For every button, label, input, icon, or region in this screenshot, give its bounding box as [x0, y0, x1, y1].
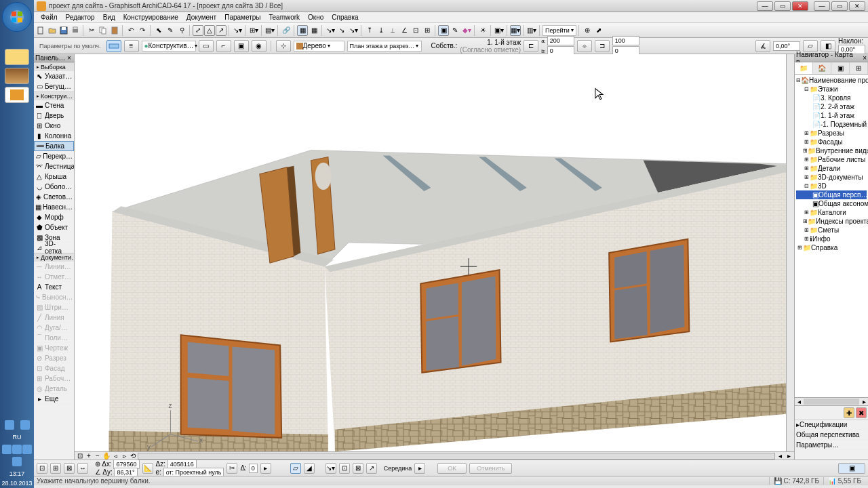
coord-nav-icon[interactable]: ▸	[260, 463, 271, 474]
tool-polyline[interactable]: ⌒Поли…	[34, 333, 74, 343]
tool-stair[interactable]: ⌤Лестница	[34, 161, 74, 171]
tool-drawing[interactable]: ▣Чертеж	[34, 343, 74, 353]
nav-tab-layout[interactable]: ▣	[831, 62, 850, 74]
tree-sections[interactable]: ⊞📁 Разрезы	[796, 129, 867, 138]
tree-interior[interactable]: ⊞📁 Внутренние виды	[796, 146, 867, 155]
layer-icon[interactable]: ▤▾	[264, 25, 275, 36]
tool-section[interactable]: ⊘Разрез	[34, 353, 74, 363]
nav-spec[interactable]: ▸Спецификации	[795, 420, 868, 430]
profile-1-icon[interactable]: ▭	[199, 40, 214, 52]
profile-2-icon[interactable]: ⌐	[216, 40, 231, 52]
toolcat-construct[interactable]: Конструи…	[34, 92, 74, 100]
menu-options[interactable]: Параметры	[220, 13, 264, 22]
tree-details[interactable]: ⊞📁 Детали	[796, 164, 867, 173]
tree-3d[interactable]: ⊟📁 3D	[796, 182, 867, 190]
tree-3ddocs[interactable]: ⊞📁 3D-документы	[796, 173, 867, 182]
coord-lock-icon[interactable]: 📐	[142, 463, 153, 474]
tool-more[interactable]: ▸Еще	[34, 394, 74, 404]
coord-anchor-icon[interactable]: ✂	[226, 463, 237, 474]
toolbox-header[interactable]: Панель…×	[34, 54, 74, 62]
floor-value[interactable]: 1. 1-й этаж	[487, 39, 521, 46]
arrow-icon[interactable]: ↘▾	[325, 25, 336, 36]
tool-fill[interactable]: ▨Штри…	[34, 302, 74, 312]
tree-help[interactable]: ⊞📁 Справка	[796, 243, 867, 252]
menu-view[interactable]: Вид	[99, 13, 119, 22]
coord-mode-1-icon[interactable]: ⊡	[37, 463, 47, 474]
start-button[interactable]	[2, 2, 32, 32]
plan-dropdown[interactable]: План этажа и разрез…	[347, 41, 422, 52]
tree-axon[interactable]: ▣ Общая аксоном…	[796, 199, 867, 208]
nav-params[interactable]: Параметры…	[795, 440, 868, 450]
measure-icon[interactable]: ↘▾	[232, 25, 243, 36]
menu-design[interactable]: Конструирование	[119, 13, 182, 22]
profile-4-icon[interactable]: ◉	[252, 40, 267, 52]
align-3-icon[interactable]: ⟂	[387, 25, 398, 36]
tool-roof[interactable]: △Крыша	[34, 171, 74, 182]
construct-dropdown[interactable]: ● Конструктив…	[142, 41, 196, 52]
trace2-icon[interactable]: ▦	[309, 25, 319, 36]
compass-icon[interactable]: ⊕	[582, 25, 593, 36]
geom-1-icon[interactable]: ▱	[290, 463, 301, 474]
anchor-icon[interactable]: ⊹	[276, 40, 291, 52]
pencil-icon[interactable]: ✎	[165, 25, 176, 36]
nav-tab-publish[interactable]: ⊞	[850, 62, 868, 74]
tool-elevation[interactable]: ⊡Фасад	[34, 363, 74, 373]
tree-sheets[interactable]: ⊞📁 Рабочие листы	[796, 155, 867, 164]
default-params-label[interactable]: Параметры по умолч.	[37, 43, 104, 49]
ok-button[interactable]: OK	[437, 463, 467, 474]
navigator-header[interactable]: Навигатор - Карта п…×	[795, 54, 868, 62]
3d-viewport[interactable]: z x y ⊡ + − ✋ ◃ ▹ ⟲ ◂ ▸	[75, 54, 795, 460]
tool-skylight[interactable]: ◈Светов…	[34, 192, 74, 202]
tray-icon[interactable]	[5, 420, 14, 430]
marker-icon[interactable]: ✎	[450, 25, 460, 36]
tree-catalogs[interactable]: ⊞📁 Каталоги	[796, 208, 867, 217]
tray-icon[interactable]	[20, 420, 30, 430]
tree-floors[interactable]: ⊟📁 Этажи	[796, 85, 867, 94]
nav-tab-view[interactable]: 🏠	[813, 62, 831, 74]
tool-wall[interactable]: ▬Стена	[34, 100, 74, 110]
menu-teamwork[interactable]: Teamwork	[265, 13, 304, 22]
tree-floor-0[interactable]: 📄 -1. Подземный	[796, 120, 867, 129]
mdi-close-button[interactable]: ✕	[849, 1, 865, 11]
tray-icon[interactable]	[2, 445, 12, 454]
coord-mode-3-icon[interactable]: ⊠	[64, 463, 75, 474]
zoom-prev-icon[interactable]: ◃	[111, 453, 119, 460]
nav-tab-project[interactable]: 📁	[795, 62, 813, 74]
zoom-out-icon[interactable]: −	[94, 453, 102, 460]
taskbar-app-2[interactable]	[5, 68, 29, 84]
align-1-icon[interactable]: ⤒	[364, 25, 375, 36]
tool-pointer[interactable]: ⬉Указат…	[34, 71, 74, 81]
coord-a[interactable]: 0	[249, 464, 258, 473]
arrow3-icon[interactable]: ↘▾	[348, 25, 359, 36]
open-icon[interactable]	[47, 25, 58, 36]
menu-document[interactable]: Документ	[182, 13, 220, 22]
viewport-scrollbar[interactable]: ⊡ + − ✋ ◃ ▹ ⟲ ◂ ▸	[75, 451, 794, 460]
tree-info[interactable]: ⊞ℹ Инфо	[796, 235, 867, 243]
cancel-button[interactable]: Отменить	[469, 463, 512, 474]
geom-2-icon[interactable]: ◢	[304, 463, 315, 474]
geom-4-icon[interactable]: ⊡	[339, 463, 350, 474]
mdi-max-button[interactable]: ▭	[831, 1, 848, 11]
toolcat-document[interactable]: Документи…	[34, 253, 74, 262]
snap-2-icon[interactable]: △	[204, 25, 215, 36]
tree-root[interactable]: ⊟🏠 Наименование проекта	[796, 76, 867, 85]
scroll-left-icon[interactable]: ◂	[776, 453, 784, 460]
field-c[interactable]	[612, 36, 639, 45]
viewport-vscrollbar[interactable]	[786, 54, 794, 451]
taskbar-app-1[interactable]	[5, 49, 29, 65]
taskbar-app-3[interactable]	[5, 87, 29, 103]
align-6-icon[interactable]: ⊞	[422, 25, 433, 36]
close-button[interactable]: ✕	[792, 1, 808, 11]
tree-perspective[interactable]: ▣ Общая персп…	[796, 190, 867, 199]
geom-5-icon[interactable]: ⊠	[353, 463, 363, 474]
nav-persp2[interactable]: Общая перспектива	[795, 430, 868, 440]
menu-window[interactable]: Окно	[304, 13, 328, 22]
tray-icon[interactable]	[12, 445, 22, 454]
trace-icon[interactable]: ▦	[297, 25, 308, 36]
tree-facades[interactable]: ⊞📁 Фасады	[796, 138, 867, 146]
copy-icon[interactable]	[98, 25, 108, 36]
wall-mode-1-icon[interactable]	[106, 40, 121, 52]
tree-floor-3[interactable]: 📄 3. Кровля	[796, 94, 867, 102]
coord-mode-4-icon[interactable]: ↔	[77, 463, 88, 474]
zoom-in-icon[interactable]: +	[85, 453, 93, 460]
